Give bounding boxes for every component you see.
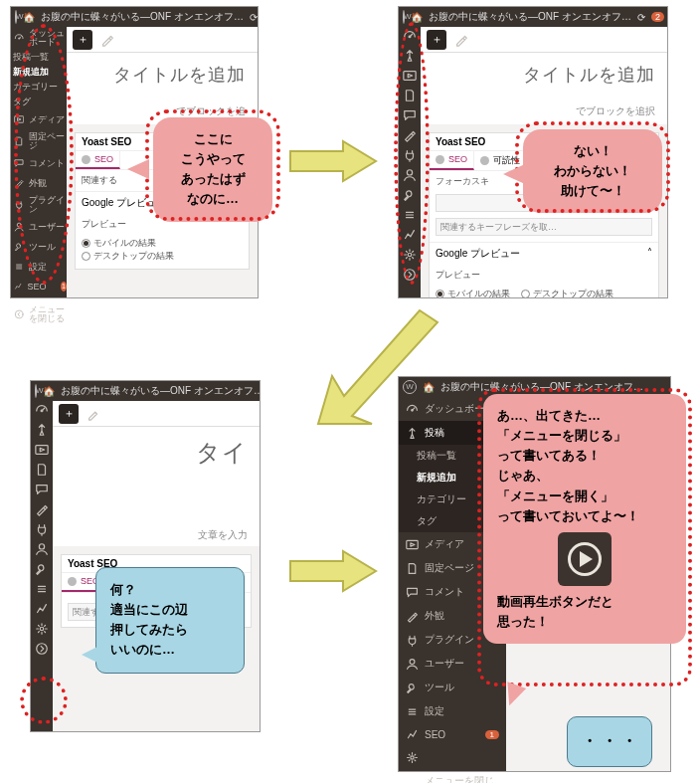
- sidebar-item-gear[interactable]: [399, 746, 506, 769]
- gear-icon[interactable]: [403, 248, 417, 262]
- seo-icon[interactable]: [403, 228, 417, 242]
- appearance-icon[interactable]: [35, 502, 49, 516]
- add-block-button[interactable]: ＋: [427, 30, 446, 50]
- media-icon[interactable]: [403, 69, 417, 83]
- collapse-icon[interactable]: [403, 268, 417, 282]
- play-icon: [568, 542, 602, 576]
- radio-mobile[interactable]: モバイルの結果: [436, 288, 510, 297]
- updates-icon[interactable]: ⟳: [637, 12, 645, 23]
- related-kw-input[interactable]: 関連するキーフレーズを取…: [436, 218, 652, 236]
- sidebar-item-tools[interactable]: ツール: [399, 676, 506, 699]
- appearance-icon: [406, 610, 419, 623]
- balloon-line: って書いておいてよ〜！: [497, 506, 672, 526]
- settings-icon[interactable]: [403, 208, 417, 222]
- sidebar-item-seo[interactable]: SEO 1: [399, 723, 506, 746]
- tools-icon[interactable]: [35, 562, 49, 576]
- sidebar-label: 投稿: [425, 426, 444, 440]
- add-block-button[interactable]: ＋: [59, 404, 79, 424]
- site-title[interactable]: お腹の中に蝶々がいる―ONF オンエンオフ…: [429, 10, 631, 24]
- pages-icon: [14, 134, 24, 148]
- editor-body[interactable]: タイトルを追加 でブロックを追: [67, 53, 258, 124]
- sidebar-item-appearance[interactable]: 外観: [11, 176, 67, 190]
- balloon-line: ・・・: [582, 732, 641, 749]
- pages-icon[interactable]: [403, 89, 417, 102]
- users-icon[interactable]: [35, 542, 49, 556]
- radio-desktop[interactable]: デスクトップの結果: [82, 250, 174, 263]
- balloon-line: ここに: [167, 129, 259, 149]
- wp-logo-icon[interactable]: [35, 384, 37, 398]
- seo-icon[interactable]: [35, 602, 49, 616]
- home-icon[interactable]: 🏠: [411, 12, 423, 23]
- collapse-icon[interactable]: [35, 642, 49, 656]
- sidebar-item-settings[interactable]: 設定: [399, 699, 506, 723]
- sidebar-label: メニューを閉じる: [425, 774, 499, 783]
- sidebar-collapse-button[interactable]: メニューを閉じる: [399, 769, 506, 783]
- sidebar-item-tools[interactable]: ツール: [11, 240, 67, 254]
- title-placeholder[interactable]: タイ: [65, 437, 248, 469]
- gear-icon: [406, 751, 419, 764]
- google-preview-row[interactable]: Google プレビュー ˄: [430, 242, 658, 265]
- yoast-title: Yoast SEO: [436, 136, 485, 147]
- pages-icon[interactable]: [35, 463, 49, 477]
- pin-icon[interactable]: [403, 49, 417, 63]
- pin-icon[interactable]: [35, 423, 49, 437]
- sidebar-item-users[interactable]: ユーザー: [399, 652, 506, 676]
- updates-icon[interactable]: ⟳: [250, 12, 258, 23]
- home-icon[interactable]: 🏠: [43, 386, 55, 397]
- sidebar-item-settings[interactable]: 設定: [11, 260, 67, 274]
- radio-mobile[interactable]: モバイルの結果: [82, 237, 156, 250]
- svg-point-17: [410, 659, 415, 664]
- sidebar-item-pages[interactable]: 固定ページ: [11, 132, 67, 150]
- paragraph-placeholder[interactable]: でブロックを追: [79, 104, 246, 118]
- sidebar-item-tags[interactable]: タグ: [11, 98, 67, 106]
- editor-body[interactable]: タイ 文章を入力: [53, 427, 260, 546]
- editor-body[interactable]: タイトルを追加 でブロックを追択: [421, 53, 667, 124]
- site-title[interactable]: お腹の中に蝶々がいる―ONF オンエンオフ…: [61, 384, 260, 398]
- paragraph-placeholder[interactable]: でブロックを追択: [433, 104, 655, 118]
- balloon-line: 動画再生ボタンだと: [497, 592, 672, 612]
- dashboard-icon[interactable]: [35, 403, 49, 417]
- users-icon[interactable]: [403, 168, 417, 182]
- edit-icon[interactable]: [87, 407, 100, 421]
- site-title[interactable]: お腹の中に蝶々がいる―ONF オンエンオフ…: [41, 10, 244, 24]
- tools-icon[interactable]: [403, 188, 417, 202]
- sidebar-label: SEO: [425, 729, 445, 740]
- home-icon[interactable]: 🏠: [23, 12, 35, 23]
- site-title[interactable]: お腹の中に蝶々がいる―ONF オンエンオフ…: [440, 380, 643, 394]
- preview-device-row: モバイルの結果 デスクトップの結果: [76, 235, 249, 269]
- add-block-button[interactable]: ＋: [73, 30, 92, 50]
- appearance-icon[interactable]: [403, 128, 417, 142]
- media-icon[interactable]: [35, 443, 49, 457]
- sidebar-item-comments[interactable]: コメント: [11, 156, 67, 170]
- sidebar-item-plugins[interactable]: プラグイン: [11, 196, 67, 214]
- sidebar-item-new-post[interactable]: 新規追加: [11, 68, 67, 77]
- sidebar-item-users[interactable]: ユーザー: [11, 220, 67, 234]
- settings-icon[interactable]: [35, 582, 49, 596]
- play-button-figure: [558, 532, 612, 586]
- sidebar-item-categories[interactable]: カテゴリー: [11, 83, 67, 92]
- title-placeholder[interactable]: タイトルを追加: [79, 63, 246, 87]
- edit-icon[interactable]: [100, 33, 114, 47]
- balloon-step2-tail: [503, 164, 525, 184]
- paragraph-placeholder[interactable]: 文章を入力: [65, 528, 248, 542]
- wp-logo-icon[interactable]: [15, 10, 17, 24]
- edit-icon[interactable]: [454, 33, 468, 47]
- sidebar-item-dashboard[interactable]: ダッシュボード: [11, 29, 67, 47]
- comments-icon[interactable]: [403, 108, 417, 122]
- editor-toolbar: ＋: [67, 27, 258, 53]
- radio-desktop[interactable]: デスクトップの結果: [521, 288, 613, 297]
- wp-logo-icon[interactable]: [403, 10, 405, 24]
- dashboard-icon[interactable]: [403, 29, 417, 43]
- sidebar-item-seo[interactable]: SEO 1: [11, 280, 67, 294]
- tab-seo[interactable]: SEO: [76, 151, 120, 169]
- sidebar-item-posts-list[interactable]: 投稿一覧: [11, 53, 67, 62]
- svg-rect-11: [36, 446, 48, 455]
- plugins-icon[interactable]: [35, 522, 49, 536]
- sidebar-collapse-button[interactable]: メニューを閉じる: [11, 305, 67, 323]
- gear-icon[interactable]: [35, 622, 49, 636]
- comments-icon[interactable]: [35, 483, 49, 496]
- plugins-icon[interactable]: [403, 148, 417, 162]
- tab-seo[interactable]: SEO: [430, 151, 474, 170]
- sidebar-item-media[interactable]: メディア: [11, 112, 67, 126]
- title-placeholder[interactable]: タイトルを追加: [433, 63, 655, 87]
